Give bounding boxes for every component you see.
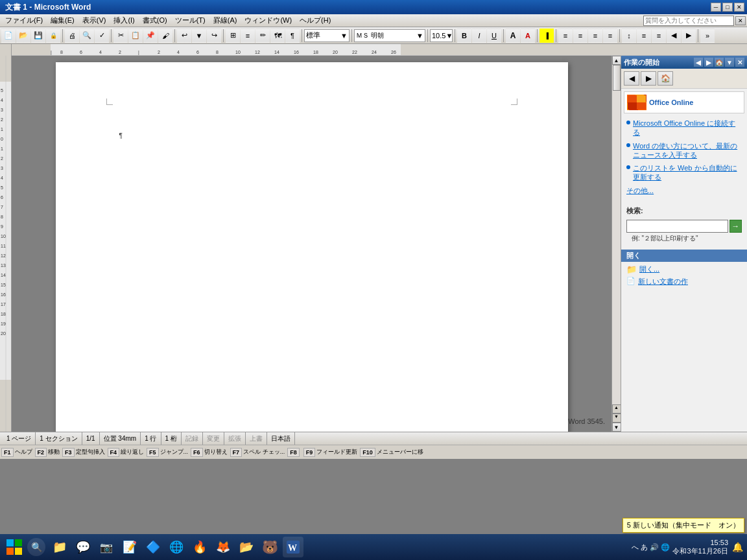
italic-button[interactable]: I: [472, 29, 486, 43]
permission-button[interactable]: 🔒: [46, 29, 60, 43]
undo-button[interactable]: ↩: [177, 29, 191, 43]
draw-button[interactable]: ✏: [255, 29, 270, 43]
ime-indicator-a[interactable]: あ: [641, 542, 648, 552]
pane-link-2[interactable]: このリストを Web から自動的に更新する: [626, 163, 742, 182]
numbering[interactable]: ≡: [637, 29, 651, 43]
scroll-thumb[interactable]: [613, 65, 621, 91]
taskbar-icon-1[interactable]: 💬: [73, 537, 93, 557]
new-button[interactable]: 📄: [1, 29, 16, 43]
save-button[interactable]: 💾: [31, 29, 45, 43]
notification-button[interactable]: 🔔: [731, 542, 744, 552]
taskbar-icon-5[interactable]: 🌐: [166, 537, 187, 557]
fontsize-dropdown[interactable]: 10.5▼: [430, 29, 453, 42]
align-right[interactable]: ≡: [588, 29, 602, 43]
scroll-track[interactable]: [612, 65, 621, 404]
pane-new-doc[interactable]: 📄 新しい文書の作: [626, 277, 742, 286]
cut-button[interactable]: ✂: [113, 29, 128, 43]
taskbar-time-date[interactable]: 15:53 令和3年11月26日: [672, 539, 728, 556]
document-area[interactable]: ¶ Word 3545.: [12, 56, 611, 432]
menu-file[interactable]: ファイル(F): [1, 14, 47, 27]
taskbar-icon-2[interactable]: 📷: [96, 537, 117, 557]
minimize-button[interactable]: ─: [711, 3, 721, 12]
taskbar-icon-4[interactable]: 🔷: [143, 537, 163, 557]
font-dropdown[interactable]: ＭＳ 明朝▼: [354, 29, 425, 42]
pane-home-button[interactable]: 🏠: [658, 71, 673, 86]
menu-edit[interactable]: 編集(E): [47, 14, 78, 27]
vertical-scrollbar[interactable]: ▲ ▲ ▼ ▼: [611, 56, 621, 432]
menu-format[interactable]: 書式(O): [139, 14, 171, 27]
pane-search-input[interactable]: [626, 220, 728, 233]
style-dropdown[interactable]: 標準▼: [304, 29, 350, 42]
scroll-down-button[interactable]: ▼: [612, 423, 621, 432]
fn-f10[interactable]: F10メニューバーに移: [360, 448, 423, 457]
bullets[interactable]: ≡: [652, 29, 666, 43]
maximize-button[interactable]: □: [722, 3, 733, 12]
volume-icon[interactable]: 🔊: [650, 543, 659, 552]
line-spacing[interactable]: ↕: [622, 29, 636, 43]
print-button[interactable]: 🖨: [65, 29, 79, 43]
task-pane-dropdown[interactable]: ▼: [725, 58, 734, 67]
bold-button[interactable]: B: [457, 29, 471, 43]
network-icon[interactable]: 🌐: [661, 543, 670, 552]
fn-f8[interactable]: F8: [287, 448, 301, 457]
menu-insert[interactable]: 挿入(I): [110, 14, 138, 27]
fn-f3[interactable]: F3定型句挿入: [62, 448, 105, 457]
fn-f2[interactable]: F2移動: [35, 448, 60, 457]
font-color-A2[interactable]: A: [521, 29, 535, 43]
increase-indent[interactable]: ▶: [682, 29, 696, 43]
taskbar-search-button[interactable]: 🔍: [27, 538, 45, 556]
menu-search-input[interactable]: [643, 16, 734, 26]
pane-search-button[interactable]: →: [729, 220, 742, 233]
undo-dropdown[interactable]: ▼: [192, 29, 206, 43]
pane-forward-button[interactable]: ▶: [641, 71, 656, 86]
pane-link-1[interactable]: Word の使い方について、最新のニュースを入手する: [626, 141, 742, 160]
ime-indicator-he[interactable]: へ: [632, 542, 639, 552]
task-pane-next[interactable]: ▶: [704, 58, 713, 67]
taskbar-icon-0[interactable]: 📁: [49, 537, 70, 557]
show-hide-button[interactable]: ¶: [285, 29, 300, 43]
format-painter[interactable]: 🖌: [158, 29, 172, 43]
highlight-button[interactable]: ▐: [540, 29, 554, 43]
underline-button[interactable]: U: [487, 29, 501, 43]
menu-search-close[interactable]: ✕: [735, 16, 746, 25]
fn-f1[interactable]: F1ヘルプ: [1, 448, 32, 457]
preview-button[interactable]: 🔍: [80, 29, 94, 43]
fn-f9[interactable]: F9フィールド更新: [303, 448, 358, 457]
pane-link-0[interactable]: Microsoft Office Online に接続する: [626, 119, 742, 137]
task-pane-prev[interactable]: ◀: [694, 58, 703, 67]
task-pane-home[interactable]: 🏠: [715, 58, 724, 67]
close-button[interactable]: ✕: [734, 3, 744, 12]
pane-back-button[interactable]: ◀: [624, 71, 639, 86]
fn-f5[interactable]: F5ジャンプ...: [147, 448, 188, 457]
taskbar-icon-6[interactable]: 🔥: [189, 537, 210, 557]
justify[interactable]: ≡: [603, 29, 617, 43]
redo-button[interactable]: ↪: [207, 29, 221, 43]
fn-f6[interactable]: F6切り替え: [191, 448, 228, 457]
pane-open-file[interactable]: 📁 開く...: [626, 264, 742, 274]
fn-f7[interactable]: F7スペル チェッ...: [230, 448, 285, 457]
pane-other-link[interactable]: その他...: [626, 186, 742, 196]
align-left[interactable]: ≡: [558, 29, 573, 43]
taskbar-icon-3[interactable]: 📝: [119, 537, 140, 557]
task-pane-close[interactable]: ✕: [735, 58, 744, 67]
spellcheck-button[interactable]: ✓: [95, 29, 109, 43]
menu-table[interactable]: 罫線(A): [209, 14, 241, 27]
columns-button[interactable]: ≡: [241, 29, 255, 43]
scroll-up-button[interactable]: ▲: [612, 56, 621, 65]
align-center[interactable]: ≡: [573, 29, 587, 43]
more-buttons[interactable]: »: [700, 29, 715, 43]
docmap-button[interactable]: 🗺: [270, 29, 285, 43]
menu-window[interactable]: ウィンドウ(W): [241, 14, 296, 27]
taskbar-icon-7[interactable]: 🦊: [213, 537, 233, 557]
taskbar-icon-8[interactable]: 📂: [236, 537, 257, 557]
paste-button[interactable]: 📌: [143, 29, 158, 43]
fn-f4[interactable]: F4繰り返し: [108, 448, 145, 457]
copy-button[interactable]: 📋: [128, 29, 143, 43]
decrease-indent[interactable]: ◀: [667, 29, 681, 43]
menu-help[interactable]: ヘルプ(H): [296, 14, 335, 27]
menu-view[interactable]: 表示(V): [78, 14, 110, 27]
table-button[interactable]: ⊞: [226, 29, 240, 43]
scroll-extra-1[interactable]: ▲: [612, 404, 621, 414]
font-color-a[interactable]: A: [506, 29, 520, 43]
start-button[interactable]: [3, 535, 26, 559]
